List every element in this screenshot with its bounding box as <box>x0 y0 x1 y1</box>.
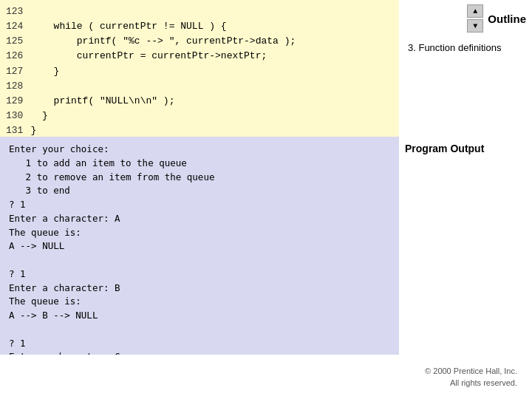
program-output-title: Program Output <box>405 143 484 154</box>
line-number: 123 <box>6 4 30 19</box>
code-line: 130 } <box>6 109 393 123</box>
outline-arrows[interactable]: ▲ ▼ <box>467 4 483 33</box>
outline-header: ▲ ▼ Outline <box>405 4 526 33</box>
line-number: 127 <box>6 64 30 79</box>
code-line: 126 currentPtr = currentPtr->nextPtr; <box>6 49 393 64</box>
line-code: } <box>30 123 36 137</box>
outline-subtitle: 3. Function definitions <box>405 41 501 55</box>
code-line: 123 <box>6 4 393 19</box>
line-number: 131 <box>6 123 30 137</box>
arrow-up-button[interactable]: ▲ <box>467 4 483 18</box>
outline-title: Outline <box>488 13 526 25</box>
line-number: 125 <box>6 34 30 49</box>
output-panel: Enter your choice: 1 to add an item to t… <box>0 137 399 355</box>
footer-line2: All rights reserved. <box>450 377 517 389</box>
line-code: printf( "NULL\n\n" ); <box>30 94 174 109</box>
code-line: 129 printf( "NULL\n\n" ); <box>6 94 393 109</box>
line-number: 126 <box>6 49 30 64</box>
outline-panel: ▲ ▼ Outline 3. Function definitions <box>399 0 532 137</box>
footer-line1: © 2000 Prentice Hall, Inc. <box>425 365 517 378</box>
code-line: 125 printf( "%c --> ", currentPtr->data … <box>6 34 393 49</box>
line-code: printf( "%c --> ", currentPtr->data ); <box>30 34 296 49</box>
line-number: 128 <box>6 79 30 94</box>
code-line: 124 while ( currentPtr != NULL ) { <box>6 19 393 34</box>
line-code: } <box>30 64 59 79</box>
arrow-down-button[interactable]: ▼ <box>467 19 483 33</box>
code-line: 131} <box>6 123 393 137</box>
line-number: 129 <box>6 94 30 109</box>
line-code: } <box>30 109 47 123</box>
code-line: 128 <box>6 79 393 94</box>
code-line: 127 } <box>6 64 393 79</box>
footer: © 2000 Prentice Hall, Inc. All rights re… <box>0 355 532 399</box>
program-output-panel: Program Output <box>399 137 532 355</box>
line-code: while ( currentPtr != NULL ) { <box>30 19 226 34</box>
code-panel: 123124 while ( currentPtr != NULL ) {125… <box>0 0 399 137</box>
line-number: 130 <box>6 109 30 123</box>
line-number: 124 <box>6 19 30 34</box>
line-code: currentPtr = currentPtr->nextPtr; <box>30 49 267 64</box>
output-text: Enter your choice: 1 to add an item to t… <box>9 143 390 355</box>
